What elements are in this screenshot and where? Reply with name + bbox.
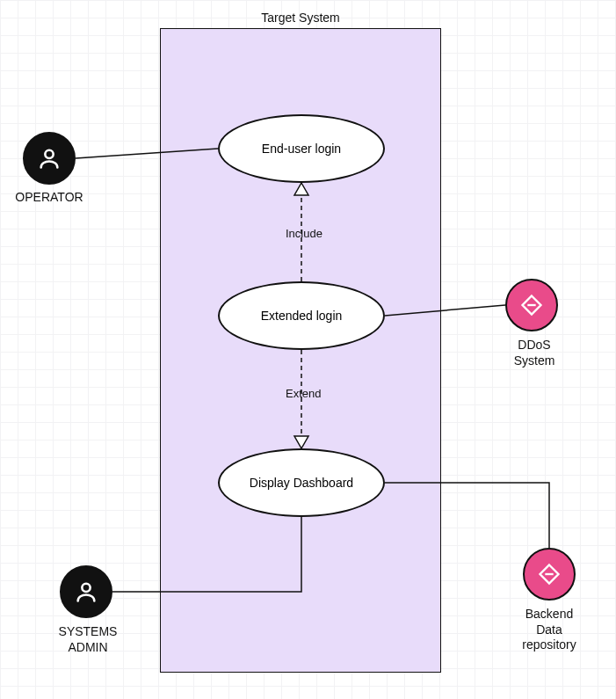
usecase-extended-login[interactable]: Extended login (218, 281, 385, 350)
diamond-icon (537, 562, 562, 586)
include-label: Include (286, 227, 322, 240)
actor-operator-label: OPERATOR (0, 190, 98, 206)
usecase-label: Display Dashboard (250, 476, 353, 490)
extend-label: Extend (286, 387, 321, 400)
actor-ddos-system[interactable] (505, 279, 558, 331)
actor-backend-label: Backend Data repository (505, 607, 593, 653)
actor-backend-repo[interactable] (523, 548, 576, 601)
usecase-label: End-user login (262, 142, 341, 156)
system-title: Target System (160, 11, 441, 25)
diamond-icon (519, 293, 544, 317)
usecase-display-dashboard[interactable]: Display Dashboard (218, 448, 385, 517)
person-icon (74, 579, 98, 604)
actor-systems-admin[interactable] (60, 565, 112, 618)
usecase-end-user-login[interactable]: End-user login (218, 114, 385, 183)
usecase-label: Extended login (261, 309, 343, 323)
actor-ddos-label: DDoS System (490, 338, 578, 368)
actor-systems-admin-label: SYSTEMS ADMIN (40, 624, 136, 655)
svg-point-1 (82, 584, 90, 592)
svg-point-0 (45, 150, 53, 158)
person-icon (37, 146, 62, 171)
actor-operator[interactable] (23, 132, 76, 185)
